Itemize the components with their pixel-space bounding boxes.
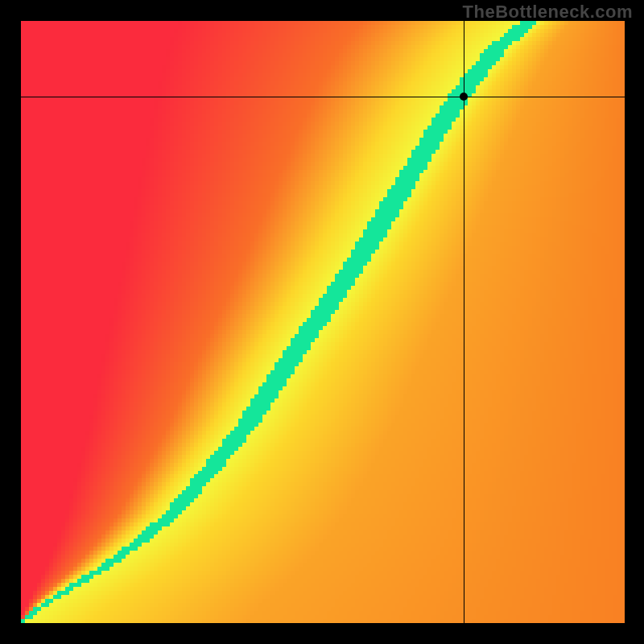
crosshair-vertical	[464, 21, 464, 623]
watermark-text: TheBottleneck.com	[463, 2, 633, 23]
heatmap-canvas	[21, 21, 625, 623]
crosshair-horizontal	[21, 97, 625, 97]
marker-dot	[460, 93, 468, 101]
chart-container: TheBottleneck.com	[0, 0, 644, 644]
heatmap-plot	[21, 21, 625, 623]
